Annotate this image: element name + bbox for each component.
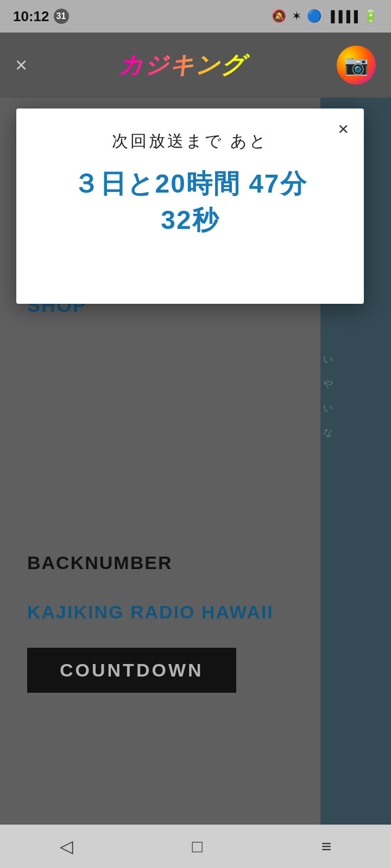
header: × カジキング 📷 <box>0 33 391 98</box>
status-icons: 🔕 ✶ 🔵 ▐▐▐▐ 🔋 <box>272 9 378 23</box>
battery-icon: 🔋 <box>363 9 378 23</box>
home-button[interactable]: □ <box>192 837 203 857</box>
bottom-nav: ◁ □ ≡ <box>0 825 391 868</box>
menu-button[interactable]: ≡ <box>321 837 332 857</box>
time-display: 10:12 <box>13 8 49 25</box>
wifi-icon: 🔵 <box>307 9 321 23</box>
modal-dialog: × 次回放送まで あと ３日と20時間 47分32秒 <box>16 108 364 304</box>
modal-time-display: ３日と20時間 47分32秒 <box>43 165 337 238</box>
modal-overlay: × 次回放送まで あと ３日と20時間 47分32秒 <box>0 98 391 825</box>
status-bar: 10:12 31 🔕 ✶ 🔵 ▐▐▐▐ 🔋 <box>0 0 391 33</box>
instagram-icon: 📷 <box>344 54 369 76</box>
bluetooth-icon: ✶ <box>292 9 301 23</box>
site-logo: カジキング <box>27 49 337 81</box>
main-content: TOP ABOUT PROFILE SHOP BACKNUMBER KAJIKI… <box>0 98 391 825</box>
header-close-button[interactable]: × <box>15 54 27 77</box>
back-button[interactable]: ◁ <box>60 836 73 857</box>
signal-icon: ▐▐▐▐ <box>327 10 358 23</box>
instagram-button[interactable]: 📷 <box>337 46 376 85</box>
notification-badge: 31 <box>54 9 69 24</box>
status-time: 10:12 31 <box>13 8 69 25</box>
mute-icon: 🔕 <box>272 9 286 23</box>
modal-subtitle: 次回放送まで あと <box>43 130 337 152</box>
modal-close-button[interactable]: × <box>338 119 349 138</box>
